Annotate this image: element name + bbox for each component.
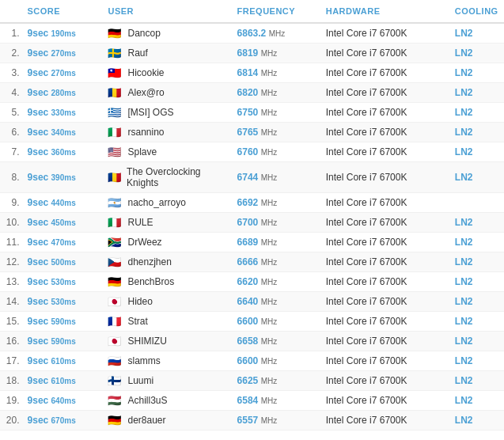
username: slamms (127, 355, 160, 366)
hardware-cell: Intel Core i7 6700K (321, 292, 450, 312)
table-row[interactable]: 10. 9sec 450ms 🇮🇹 RULE 6700 MHz Intel Co… (0, 213, 504, 233)
flag-icon: 🇸🇪 (108, 48, 123, 59)
rank-cell: 20. (0, 411, 23, 431)
cooling-cell: LN2 (450, 142, 504, 162)
rank-cell: 10. (0, 213, 23, 233)
user-cell: 🇫🇮 Luumi (103, 371, 232, 391)
freq-unit: MHz (261, 238, 278, 247)
leaderboard-table: SCORE USER FREQUENCY HARDWARE COOLING 1.… (0, 0, 504, 431)
freq-unit: MHz (261, 173, 278, 182)
hardware-cell: Intel Core i7 6700K (321, 411, 450, 431)
score-ms: 530ms (51, 298, 76, 306)
username: RULE (127, 217, 153, 228)
cooling-cell: LN2 (450, 411, 504, 431)
score-seconds: 9sec (28, 172, 51, 183)
table-row[interactable]: 17. 9sec 610ms 🇷🇺 slamms 6600 MHz Intel … (0, 351, 504, 371)
table-row[interactable]: 1. 9sec 190ms 🇩🇪 Dancop 6863.2 MHz Intel… (0, 23, 504, 44)
flag-icon: 🇨🇿 (108, 257, 123, 267)
table-row[interactable]: 2. 9sec 270ms 🇸🇪 Rauf 6819 MHz Intel Cor… (0, 44, 504, 63)
flag-icon: 🇩🇪 (108, 28, 123, 39)
frequency-cell: 6760 MHz (233, 142, 321, 162)
cooling-cell: LN2 (450, 233, 504, 252)
user-cell: 🇹🇼 Hicookie (103, 63, 232, 83)
username: der8auer (127, 415, 165, 426)
table-row[interactable]: 4. 9sec 280ms 🇷🇴 Alex@ro 6820 MHz Intel … (0, 83, 504, 103)
frequency-header: FREQUENCY (233, 0, 321, 23)
user-cell: 🇩🇪 Dancop (103, 23, 232, 44)
score-cell: 9sec 330ms (23, 103, 104, 123)
cooling-cell: LN2 (450, 44, 504, 63)
table-row[interactable]: 13. 9sec 530ms 🇩🇪 BenchBros 6620 MHz Int… (0, 272, 504, 292)
score-seconds: 9sec (28, 355, 51, 366)
frequency-cell: 6584 MHz (233, 391, 321, 411)
table-row[interactable]: 3. 9sec 270ms 🇹🇼 Hicookie 6814 MHz Intel… (0, 63, 504, 83)
table-row[interactable]: 20. 9sec 670ms 🇩🇪 der8auer 6557 MHz Inte… (0, 411, 504, 431)
user-cell: 🇬🇷 [MSI] OGS (103, 103, 232, 123)
username: Splave (127, 146, 157, 157)
score-ms: 190ms (51, 29, 76, 38)
user-header: USER (103, 0, 232, 23)
cooling-cell: LN2 (450, 351, 504, 371)
table-row[interactable]: 9. 9sec 440ms 🇦🇷 nacho_arroyo 6692 MHz I… (0, 193, 504, 213)
score-ms: 590ms (51, 337, 76, 346)
user-cell: 🇩🇪 der8auer (103, 411, 232, 431)
frequency-cell: 6658 MHz (233, 332, 321, 351)
table-row[interactable]: 7. 9sec 360ms 🇺🇸 Splave 6760 MHz Intel C… (0, 142, 504, 162)
user-cell: 🇮🇹 rsannino (103, 123, 232, 142)
score-cell: 9sec 440ms (23, 193, 104, 213)
rank-cell: 4. (0, 83, 23, 103)
frequency-cell: 6814 MHz (233, 63, 321, 83)
user-cell: 🇨🇿 dhenzjhen (103, 252, 232, 272)
rank-cell: 6. (0, 123, 23, 142)
score-ms: 340ms (51, 128, 76, 137)
hardware-cell: Intel Core i7 6700K (321, 193, 450, 213)
hardware-cell: Intel Core i7 6700K (321, 252, 450, 272)
table-row[interactable]: 6. 9sec 340ms 🇮🇹 rsannino 6765 MHz Intel… (0, 123, 504, 142)
score-seconds: 9sec (28, 107, 51, 118)
score-ms: 270ms (51, 49, 76, 58)
score-seconds: 9sec (28, 67, 51, 78)
table-row[interactable]: 15. 9sec 590ms 🇫🇷 Strat 6600 MHz Intel C… (0, 312, 504, 332)
score-cell: 9sec 280ms (23, 83, 104, 103)
freq-unit: MHz (261, 69, 278, 78)
rank-cell: 7. (0, 142, 23, 162)
flag-icon: 🇿🇦 (108, 237, 123, 248)
user-cell: 🇮🇹 RULE (103, 213, 232, 233)
table-row[interactable]: 19. 9sec 640ms 🇭🇺 Achill3uS 6584 MHz Int… (0, 391, 504, 411)
rank-cell: 17. (0, 351, 23, 371)
table-row[interactable]: 14. 9sec 530ms 🇯🇵 Hideo 6640 MHz Intel C… (0, 292, 504, 312)
hardware-cell: Intel Core i7 6700K (321, 213, 450, 233)
score-ms: 610ms (51, 377, 76, 385)
score-seconds: 9sec (28, 316, 51, 327)
score-seconds: 9sec (28, 217, 51, 228)
table-row[interactable]: 11. 9sec 470ms 🇿🇦 DrWeez 6689 MHz Intel … (0, 233, 504, 252)
flag-icon: 🇬🇷 (108, 108, 123, 118)
freq-value: 6819 (237, 47, 259, 59)
score-seconds: 9sec (28, 375, 51, 386)
table-row[interactable]: 5. 9sec 330ms 🇬🇷 [MSI] OGS 6750 MHz Inte… (0, 103, 504, 123)
table-header-row: SCORE USER FREQUENCY HARDWARE COOLING (0, 0, 504, 23)
score-cell: 9sec 670ms (23, 411, 104, 431)
frequency-cell: 6820 MHz (233, 83, 321, 103)
frequency-cell: 6750 MHz (233, 103, 321, 123)
table-row[interactable]: 8. 9sec 390ms 🇷🇴 The Overclocking Knight… (0, 162, 504, 193)
cooling-header: COOLING (450, 0, 504, 23)
cooling-cell: LN2 (450, 63, 504, 83)
frequency-cell: 6863.2 MHz (233, 23, 321, 44)
table-row[interactable]: 18. 9sec 610ms 🇫🇮 Luumi 6625 MHz Intel C… (0, 371, 504, 391)
score-cell: 9sec 610ms (23, 351, 104, 371)
score-seconds: 9sec (28, 256, 51, 267)
username: Alex@ro (127, 87, 164, 98)
flag-icon: 🇷🇴 (108, 173, 123, 183)
flag-icon: 🇯🇵 (108, 297, 123, 307)
frequency-cell: 6765 MHz (233, 123, 321, 142)
table-row[interactable]: 16. 9sec 590ms 🇯🇵 SHIMIZU 6658 MHz Intel… (0, 332, 504, 351)
score-cell: 9sec 360ms (23, 142, 104, 162)
username: Strat (127, 316, 147, 327)
frequency-cell: 6600 MHz (233, 312, 321, 332)
cooling-cell: LN2 (450, 312, 504, 332)
user-cell: 🇷🇺 slamms (103, 351, 232, 371)
table-row[interactable]: 12. 9sec 500ms 🇨🇿 dhenzjhen 6666 MHz Int… (0, 252, 504, 272)
freq-value: 6689 (237, 237, 259, 248)
leaderboard-container: SCORE USER FREQUENCY HARDWARE COOLING 1.… (0, 0, 504, 431)
